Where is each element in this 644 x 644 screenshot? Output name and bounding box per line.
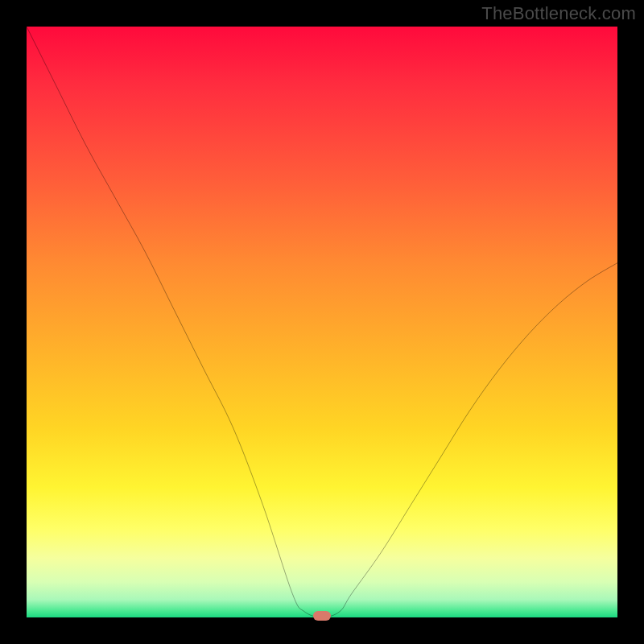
curve-svg	[27, 27, 617, 617]
bottleneck-curve	[27, 27, 617, 617]
plot-area	[27, 27, 617, 617]
chart-frame: TheBottleneck.com	[0, 0, 644, 644]
watermark-text: TheBottleneck.com	[481, 3, 636, 24]
